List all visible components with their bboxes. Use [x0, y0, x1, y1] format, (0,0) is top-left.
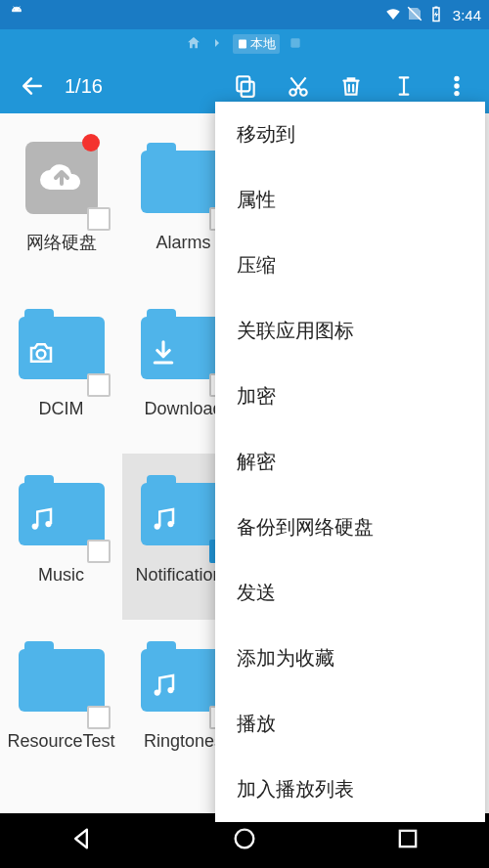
menu-item[interactable]: 添加为收藏 — [215, 626, 485, 691]
folder-icon — [141, 143, 227, 213]
checkbox-icon[interactable] — [87, 706, 111, 729]
svg-rect-3 — [237, 76, 249, 91]
grid-item-label: DCIM — [35, 399, 88, 420]
nav-home-button[interactable] — [231, 825, 258, 856]
music-icon — [149, 504, 178, 538]
menu-item[interactable]: 关联应用图标 — [215, 298, 485, 364]
svg-point-6 — [455, 76, 459, 80]
music-icon — [26, 504, 56, 538]
folder-icon — [19, 641, 105, 712]
folder-icon — [141, 309, 227, 379]
cloud-icon — [25, 142, 98, 214]
svg-point-9 — [36, 350, 45, 359]
breadcrumb-next-icon — [288, 35, 303, 54]
grid-item-label: Ringtones — [140, 731, 227, 753]
menu-item[interactable]: 备份到网络硬盘 — [215, 495, 485, 560]
svg-point-5 — [300, 89, 307, 96]
svg-point-7 — [455, 84, 459, 88]
menu-item[interactable]: 加入播放列表 — [215, 757, 485, 822]
svg-rect-1 — [290, 38, 299, 47]
folder-icon — [19, 309, 105, 379]
music-icon — [149, 671, 178, 704]
status-bar: 3:44 — [0, 0, 489, 29]
menu-item[interactable]: 压缩 — [215, 233, 485, 298]
svg-point-14 — [154, 523, 159, 529]
folder-icon — [141, 475, 227, 545]
svg-point-18 — [236, 830, 254, 848]
menu-item[interactable]: 播放 — [215, 691, 485, 757]
svg-rect-19 — [399, 831, 415, 846]
svg-point-13 — [45, 521, 51, 527]
svg-point-12 — [31, 523, 37, 529]
back-button[interactable] — [6, 59, 59, 113]
overflow-menu: 移动到属性压缩关联应用图标加密解密备份到网络硬盘发送添加为收藏播放加入播放列表 — [215, 102, 485, 822]
grid-item-label: ResourceTest — [3, 731, 118, 753]
folder-icon — [141, 641, 227, 712]
selection-counter: 1/16 — [65, 75, 103, 98]
nav-back-button[interactable] — [67, 825, 95, 856]
menu-item[interactable]: 发送 — [215, 560, 485, 626]
no-sim-icon — [406, 5, 423, 25]
menu-item[interactable]: 移动到 — [215, 102, 485, 167]
menu-item[interactable]: 解密 — [215, 429, 485, 495]
breadcrumb: 本地 — [0, 29, 489, 59]
chevron-right-icon — [209, 35, 225, 54]
battery-charging-icon — [427, 5, 445, 25]
svg-point-15 — [167, 521, 173, 527]
breadcrumb-label: 本地 — [250, 35, 276, 53]
folder-icon — [19, 475, 105, 545]
checkbox-icon[interactable] — [87, 540, 111, 563]
download-icon — [149, 338, 178, 371]
grid-item[interactable]: Music — [0, 454, 122, 620]
grid-item[interactable]: 网络硬盘 — [0, 121, 122, 287]
camera-icon — [26, 338, 56, 371]
grid-item-label: Download — [140, 399, 226, 420]
grid-item-label: 网络硬盘 — [22, 233, 101, 254]
grid-item-label: Music — [34, 565, 88, 586]
grid-item[interactable]: DCIM — [0, 287, 122, 454]
menu-item[interactable]: 属性 — [215, 167, 485, 233]
nav-recent-button[interactable] — [394, 825, 422, 856]
menu-item[interactable]: 加密 — [215, 364, 485, 429]
checkbox-icon[interactable] — [87, 207, 111, 231]
status-time: 3:44 — [453, 7, 481, 23]
wifi-icon — [384, 5, 402, 25]
breadcrumb-local[interactable]: 本地 — [233, 34, 280, 54]
android-icon — [8, 5, 25, 25]
svg-point-16 — [154, 689, 159, 695]
svg-rect-0 — [239, 40, 246, 49]
svg-point-17 — [167, 687, 173, 693]
svg-rect-2 — [242, 82, 254, 97]
svg-point-8 — [455, 91, 459, 95]
home-icon[interactable] — [186, 35, 201, 54]
grid-item[interactable]: ResourceTest — [0, 620, 122, 786]
notification-badge — [82, 134, 100, 152]
checkbox-icon[interactable] — [87, 373, 111, 397]
svg-point-4 — [289, 89, 296, 96]
grid-item-label: Alarms — [152, 233, 214, 254]
